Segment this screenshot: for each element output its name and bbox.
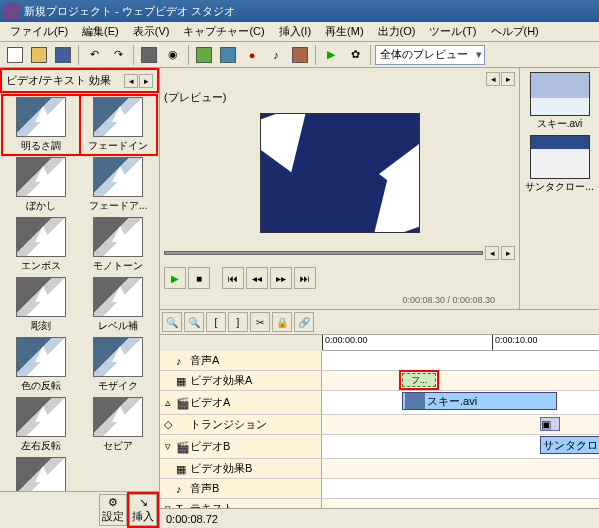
effect-item[interactable]: セピア	[82, 397, 156, 453]
effect-thumb	[16, 337, 66, 377]
effect-item[interactable]: 左右反転	[4, 397, 78, 453]
vfx-icon: ▦	[176, 463, 188, 475]
save-button[interactable]	[52, 44, 74, 66]
effect-clip[interactable]: フ...	[402, 373, 436, 387]
timeline-clip[interactable]: サンタクロース.avi	[540, 436, 599, 454]
collapse-icon[interactable]: ▿	[162, 440, 174, 453]
menu-help[interactable]: ヘルプ(H)	[485, 22, 545, 41]
effect-thumb	[16, 217, 66, 257]
undo-button[interactable]: ↶	[83, 44, 105, 66]
scrub-back-button[interactable]: ◂	[485, 246, 499, 260]
cut-button[interactable]: ✂	[250, 312, 270, 332]
effects-next-button[interactable]: ▸	[139, 74, 153, 88]
toolbar: ↶ ↷ ◉ ● ♪ ▶ ✿ 全体のプレビュー	[0, 42, 599, 68]
effect-item[interactable]: 彫刻	[4, 277, 78, 333]
mark-in-button[interactable]: [	[206, 312, 226, 332]
time-ruler[interactable]: 0:00:00.000:00:10.000:00:20.00	[322, 335, 599, 351]
lock-button[interactable]: 🔒	[272, 312, 292, 332]
clip-item[interactable]: サンタクロー...	[524, 135, 595, 194]
effects-grid: 明るさ調フェードインぼかしフェードア...エンボスモノトーン彫刻レベル補色の反転…	[0, 93, 159, 491]
menu-tools[interactable]: ツール(T)	[423, 22, 482, 41]
panel-prev-button[interactable]: ◂	[486, 72, 500, 86]
timeline-clip[interactable]: スキー.avi	[402, 392, 557, 410]
play-tool-button[interactable]: ▶	[320, 44, 342, 66]
record-button[interactable]: ●	[241, 44, 263, 66]
video-icon: 🎬	[176, 397, 188, 409]
play-button[interactable]: ▶	[164, 267, 186, 289]
audio-icon: ♪	[176, 483, 188, 495]
effect-item[interactable]: 明るさ調	[4, 97, 78, 153]
effect-thumb	[16, 397, 66, 437]
preview-panel: ◂▸ (プレビュー) ◂▸ ▶ ■ ⏮ ◂◂ ▸▸ ⏭ 0:00:08.30 /…	[160, 68, 519, 309]
text-button[interactable]	[289, 44, 311, 66]
next-frame-button[interactable]: ▸▸	[270, 267, 292, 289]
output-button[interactable]: ✿	[344, 44, 366, 66]
effect-thumb	[93, 217, 143, 257]
panel-next-button[interactable]: ▸	[501, 72, 515, 86]
expand-icon[interactable]: ◇	[162, 418, 174, 431]
window-title: 新規プロジェクト - ウェブビデオ スタジオ	[24, 4, 235, 19]
effect-item[interactable]: X 線	[4, 457, 78, 491]
menu-bar: ファイル(F) 編集(E) 表示(V) キャプチャー(C) 挿入(I) 再生(M…	[0, 22, 599, 42]
redo-icon: ↷	[114, 48, 123, 61]
menu-play[interactable]: 再生(M)	[319, 22, 370, 41]
effect-item[interactable]: フェードア...	[82, 157, 156, 213]
effect-item[interactable]: フェードイン	[82, 97, 156, 153]
effect-item[interactable]: モザイク	[82, 337, 156, 393]
effect-thumb	[16, 277, 66, 317]
open-button[interactable]	[28, 44, 50, 66]
redo-button[interactable]: ↷	[107, 44, 129, 66]
effects-header: ビデオ/テキスト 効果 ◂▸	[0, 68, 159, 93]
menu-edit[interactable]: 編集(E)	[76, 22, 125, 41]
zoom-in-button[interactable]: 🔍	[162, 312, 182, 332]
settings-button[interactable]: ⚙設定	[99, 494, 127, 526]
image-button[interactable]	[193, 44, 215, 66]
audio-icon: ♪	[176, 355, 188, 367]
audio-button[interactable]: ♪	[265, 44, 287, 66]
first-frame-button[interactable]: ⏮	[222, 267, 244, 289]
output-icon: ✿	[351, 48, 360, 61]
camera-button[interactable]	[138, 44, 160, 66]
scrub-bar[interactable]: ◂▸	[164, 245, 515, 261]
last-frame-button[interactable]: ⏭	[294, 267, 316, 289]
collapse-icon[interactable]: ▵	[162, 396, 174, 409]
effects-panel: ビデオ/テキスト 効果 ◂▸ 明るさ調フェードインぼかしフェードア...エンボス…	[0, 68, 160, 528]
video-icon: 🎬	[176, 441, 188, 453]
effect-thumb	[93, 157, 143, 197]
play-icon: ▶	[327, 48, 335, 61]
effect-thumb	[93, 97, 143, 137]
stop-button[interactable]: ■	[188, 267, 210, 289]
scrub-fwd-button[interactable]: ▸	[501, 246, 515, 260]
title-bar: 新規プロジェクト - ウェブビデオ スタジオ	[0, 0, 599, 22]
menu-file[interactable]: ファイル(F)	[4, 22, 74, 41]
cd-button[interactable]: ◉	[162, 44, 184, 66]
transition-clip[interactable]: ▣	[540, 417, 560, 431]
menu-view[interactable]: 表示(V)	[127, 22, 176, 41]
effect-item[interactable]: エンボス	[4, 217, 78, 273]
link-button[interactable]: 🔗	[294, 312, 314, 332]
preview-mode-select[interactable]: 全体のプレビュー	[375, 45, 485, 65]
audio-icon: ♪	[273, 49, 279, 61]
effect-thumb	[93, 277, 143, 317]
effect-thumb	[16, 97, 66, 137]
menu-capture[interactable]: キャプチャー(C)	[177, 22, 270, 41]
clip-item[interactable]: スキー.avi	[524, 72, 595, 131]
clip-library: スキー.avi サンタクロー...	[519, 68, 599, 309]
menu-output[interactable]: 出力(O)	[372, 22, 422, 41]
mark-out-button[interactable]: ]	[228, 312, 248, 332]
effect-item[interactable]: ぼかし	[4, 157, 78, 213]
preview-label: (プレビュー)	[164, 88, 515, 107]
effect-item[interactable]: モノトーン	[82, 217, 156, 273]
prev-frame-button[interactable]: ◂◂	[246, 267, 268, 289]
zoom-out-button[interactable]: 🔍	[184, 312, 204, 332]
effect-item[interactable]: レベル補	[82, 277, 156, 333]
video-button[interactable]	[217, 44, 239, 66]
menu-insert[interactable]: 挿入(I)	[273, 22, 317, 41]
app-icon	[4, 3, 20, 19]
effects-prev-button[interactable]: ◂	[124, 74, 138, 88]
record-icon: ●	[249, 49, 256, 61]
insert-button[interactable]: ↘挿入	[129, 494, 157, 526]
ruler-mark: 0:00:00.00	[322, 335, 368, 350]
new-button[interactable]	[4, 44, 26, 66]
effect-item[interactable]: 色の反転	[4, 337, 78, 393]
